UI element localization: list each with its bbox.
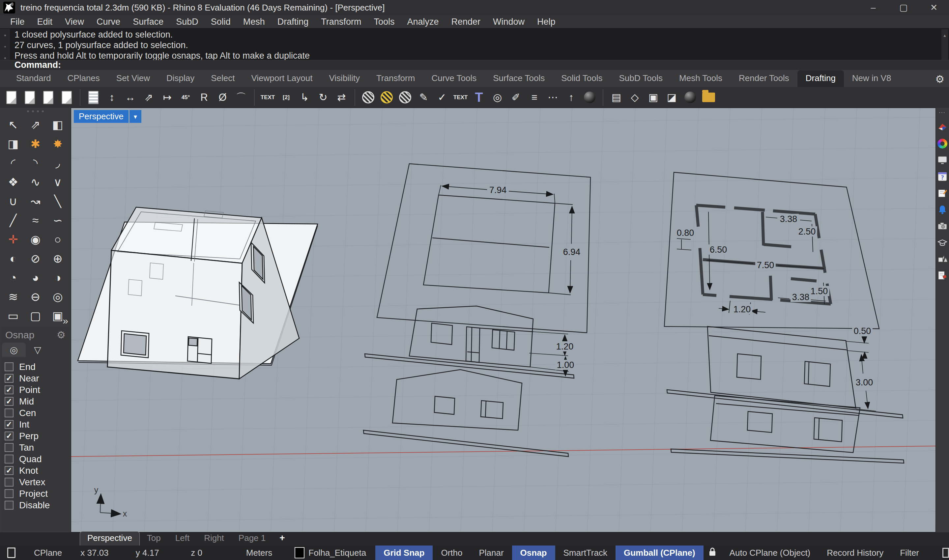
grid-snap-toggle[interactable]: Grid Snap [375,546,433,560]
rectangle-icon[interactable]: ▭ [4,308,23,324]
menu-file[interactable]: File [4,17,31,27]
viewport-tab-perspective[interactable]: Perspective [80,531,140,546]
gumball-toggle[interactable]: Gumball (CPlane) [616,546,704,560]
help-icon[interactable]: ? [937,171,948,182]
osnap-checkbox-mid[interactable]: ✓ [5,397,14,406]
dim-radius-icon[interactable]: R [196,89,213,106]
auto-cplane-toggle[interactable]: Auto CPlane (Object) [721,546,819,560]
osnap-checkbox-quad[interactable] [5,455,14,463]
rectangle-3pt-icon[interactable]: ▢ [26,308,45,324]
perspective-viewport[interactable]: Perspective ▾ [71,108,936,532]
osnap-checkbox-disable[interactable] [5,501,14,509]
notes-icon[interactable] [937,188,948,198]
dim-vertical-icon[interactable]: ↕ [103,89,120,106]
revision-cloud-icon[interactable]: ↻ [314,89,332,106]
circle-diameter-icon[interactable]: ⊘ [26,251,45,266]
check-dimension-icon[interactable]: ✓ [433,89,451,106]
tab-display[interactable]: Display [158,70,203,87]
snapshots-camera-icon[interactable] [937,220,948,232]
dim-aligned-icon[interactable]: ⇗ [140,89,157,106]
planar-toggle[interactable]: Planar [471,546,512,560]
tab-new-in-v8[interactable]: New in V8 [844,70,900,87]
import-file-icon[interactable] [58,89,75,106]
move-scale-icon[interactable]: ⇗ [26,117,45,133]
viewport-title-control[interactable]: Perspective ▾ [74,110,141,123]
units-indicator[interactable]: Meters [237,548,281,558]
parabola-icon[interactable]: ∪ [4,193,23,209]
lock-icon[interactable] [709,547,716,559]
sketch-curve-icon[interactable]: ∿ [26,174,45,190]
osnap-checkbox-knot[interactable]: ✓ [5,466,14,475]
menu-subd[interactable]: SubD [170,17,205,27]
osnap-checkbox-end[interactable] [5,362,14,371]
arc-sed-icon[interactable]: ◕ [26,270,45,286]
leader-icon[interactable]: ↳ [296,89,313,106]
text-sphere-icon[interactable] [681,89,699,106]
osnap-snap-tab[interactable]: ◎ [2,343,26,357]
match-curve-icon[interactable]: ∽ [48,212,67,228]
arc-tangent-icon[interactable]: ◐ [4,251,23,266]
tab-visibility[interactable]: Visibility [320,70,368,87]
leader-2-icon[interactable]: [2] [277,89,295,106]
linetypes-icon[interactable]: ⋯ [544,89,561,106]
printer-icon[interactable]: ▤ [608,89,625,106]
status-page-icon[interactable] [7,548,15,558]
polyline-icon[interactable]: ╲ [48,193,67,209]
render-cube-icon[interactable]: ◇ [626,89,644,106]
annotate-style-icon[interactable]: ◧ [48,117,67,133]
text-edit-icon[interactable]: TEXT [452,89,469,106]
menu-transform[interactable]: Transform [315,17,367,27]
command-prompt[interactable]: Command: [0,60,949,70]
menu-render[interactable]: Render [445,17,487,27]
arc-center-icon[interactable]: ◔ [4,270,23,286]
save-file-icon[interactable] [40,89,57,106]
osnap-checkbox-perp[interactable]: ✓ [5,432,14,440]
tab-standard[interactable]: Standard [8,70,59,87]
dim-recenter-icon[interactable]: ⇄ [333,89,350,106]
new-file-icon[interactable] [3,89,20,106]
viewport-tab-page1[interactable]: Page 1 [231,532,273,546]
hatch-yellow-icon[interactable] [378,89,396,106]
line-icon[interactable]: ╱ [4,212,23,228]
menu-edit[interactable]: Edit [31,17,59,27]
dim-curve-length-icon[interactable]: ⌒ [232,89,250,106]
annotation-styles-icon[interactable]: ≡ [525,89,543,106]
smarttrack-toggle[interactable]: SmartTrack [555,546,616,560]
layout-icon[interactable] [85,89,102,106]
viewport-dropdown-icon[interactable]: ▾ [129,110,141,123]
fillet-curve-icon[interactable]: ◞ [48,155,67,171]
osnap-toggle[interactable]: Osnap [512,546,555,560]
interpolate-curve-icon[interactable]: ◝ [26,155,45,171]
status-right-icon[interactable] [943,548,949,558]
minimize-button[interactable]: – [858,0,888,15]
menu-curve[interactable]: Curve [90,17,126,27]
tab-set-view[interactable]: Set View [108,70,158,87]
osnap-checkbox-project[interactable] [5,489,14,498]
menu-mesh[interactable]: Mesh [237,17,271,27]
tab-surface-tools[interactable]: Surface Tools [485,70,553,87]
cplane-indicator[interactable]: CPlane [25,548,71,558]
annotate-flag-icon[interactable]: ◨ [4,136,23,152]
tab-curve-tools[interactable]: Curve Tools [423,70,485,87]
libraries-icon[interactable] [937,270,948,281]
record-history-toggle[interactable]: Record History [818,546,892,560]
tab-subd-tools[interactable]: SubD Tools [611,70,671,87]
stack-icon[interactable]: ▣ [644,89,662,106]
layer-color-swatch[interactable] [294,547,305,558]
layers-icon[interactable] [937,138,948,149]
ellipse-icon[interactable]: ⊖ [26,289,45,305]
add-viewport-button[interactable]: + [273,531,291,546]
control-point-curve-icon[interactable]: ◜ [4,155,23,171]
osnap-filter-tab[interactable]: ▽ [26,343,49,357]
detail-sheet-icon[interactable]: ◪ [663,89,681,106]
circle-2pt-icon[interactable]: ◎ [48,289,67,305]
tab-select[interactable]: Select [203,70,243,87]
display-icon[interactable] [937,154,948,166]
viewport-title[interactable]: Perspective [74,110,128,123]
v-curve-icon[interactable]: ∨ [48,174,67,190]
menu-drafting[interactable]: Drafting [271,17,315,27]
osnap-checkbox-tan[interactable] [5,443,14,452]
osnap-checkbox-vertex[interactable] [5,478,14,486]
maximize-button[interactable]: ▢ [888,0,919,15]
viewport-canvas[interactable]: 7.94 6.94 [71,108,936,532]
